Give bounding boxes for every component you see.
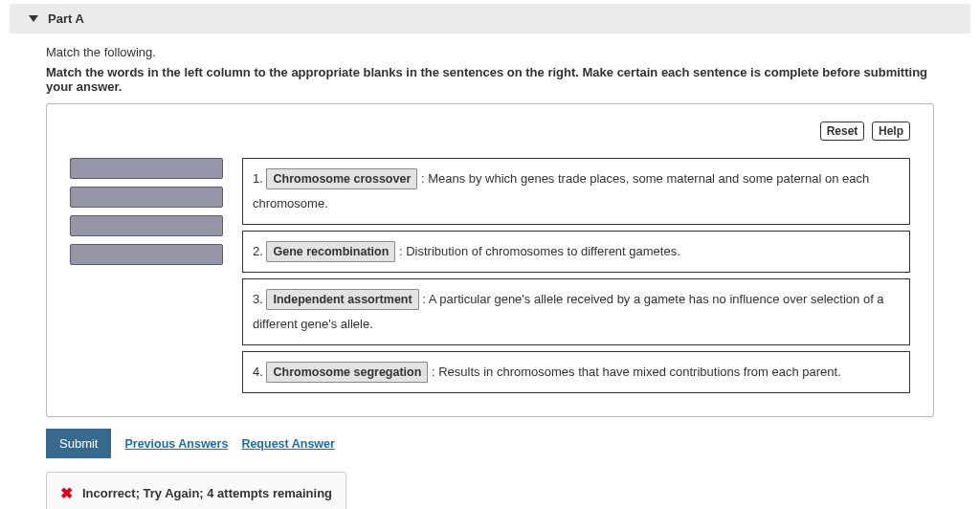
source-slot[interactable] — [70, 215, 223, 236]
part-title: Part A — [48, 11, 84, 26]
sentence-number: 2. — [253, 244, 263, 258]
source-slot[interactable] — [70, 244, 223, 265]
source-slot[interactable] — [70, 187, 223, 208]
action-row: Submit Previous Answers Request Answer — [46, 429, 934, 458]
feedback-box: ✖ Incorrect; Try Again; 4 attempts remai… — [46, 472, 346, 509]
sentence-1: 1. Chromosome crossover : Means by which… — [242, 158, 910, 225]
answer-chip[interactable]: Gene recombination — [266, 241, 395, 262]
incorrect-x-icon: ✖ — [60, 484, 73, 502]
sentence-3: 3. Independent assortment : A particular… — [242, 278, 910, 345]
source-column — [70, 158, 223, 265]
activity-toolbar: Reset Help — [70, 122, 910, 141]
disclosure-triangle-icon — [29, 15, 38, 22]
feedback-text: Incorrect; Try Again; 4 attempts remaini… — [82, 486, 332, 500]
request-answer-link[interactable]: Request Answer — [241, 437, 334, 451]
source-slot[interactable] — [70, 158, 223, 179]
content-area: Match the following. Match the words in … — [0, 33, 980, 509]
sentence-text: : Results in chromosomes that have mixed… — [432, 365, 841, 379]
answer-chip[interactable]: Chromosome segregation — [266, 362, 428, 383]
sentence-4: 4. Chromosome segregation : Results in c… — [242, 351, 910, 393]
help-button[interactable]: Help — [872, 122, 910, 141]
instruction-line-2: Match the words in the left column to th… — [46, 65, 934, 94]
instruction-line-1: Match the following. — [46, 45, 934, 59]
target-column: 1. Chromosome crossover : Means by which… — [242, 158, 910, 393]
sentence-text: : Distribution of chromosomes to differe… — [399, 244, 680, 258]
answer-chip[interactable]: Independent assortment — [266, 289, 418, 310]
sentence-number: 4. — [253, 365, 263, 379]
previous-answers-link[interactable]: Previous Answers — [124, 437, 228, 451]
submit-button[interactable]: Submit — [46, 429, 111, 458]
match-area: 1. Chromosome crossover : Means by which… — [70, 158, 910, 393]
reset-button[interactable]: Reset — [820, 122, 865, 141]
sentence-number: 1. — [253, 171, 263, 186]
part-header[interactable]: Part A — [10, 4, 970, 33]
activity-box: Reset Help 1. Chromosome crossover : Mea… — [46, 103, 934, 417]
sentence-2: 2. Gene recombination : Distribution of … — [242, 231, 910, 273]
sentence-number: 3. — [253, 292, 263, 306]
answer-chip[interactable]: Chromosome crossover — [266, 168, 417, 189]
